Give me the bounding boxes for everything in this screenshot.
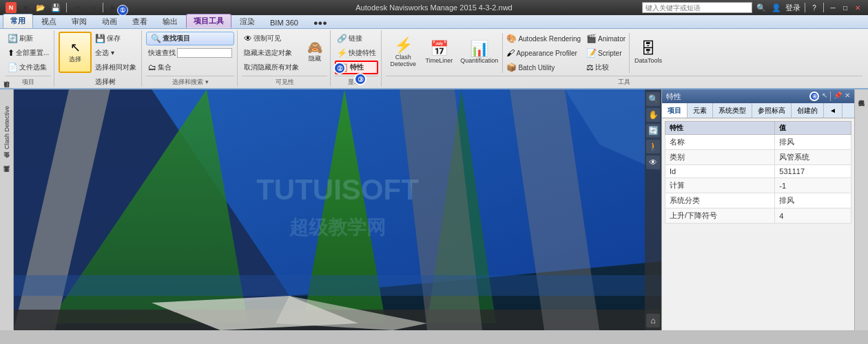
viewport-tools: 🔍 ✋ 🔄 🚶 👁 ⌂: [645, 89, 661, 330]
appearance-profiler-button[interactable]: 🖌 Appearance Profiler: [504, 46, 583, 60]
prop-close-btn[interactable]: ✕: [845, 92, 850, 101]
minimize-button[interactable]: ─: [828, 3, 838, 12]
rendering-button[interactable]: 🎨 Autodesk Rendering: [504, 32, 583, 45]
prop-tab-system[interactable]: 系统类型: [713, 103, 752, 118]
force-visible-button[interactable]: 👁 强制可见: [242, 32, 301, 45]
qat-redo[interactable]: ↪: [86, 1, 99, 14]
tab-changyong[interactable]: 常用: [3, 14, 33, 28]
select-all-button[interactable]: 全选 ▾: [93, 46, 138, 60]
file-select-button[interactable]: 📄 文件选集: [6, 61, 51, 74]
tab-shuchu[interactable]: 输出: [156, 15, 185, 28]
search-icon[interactable]: 🔍: [755, 1, 767, 14]
prop-pin-btn[interactable]: 📌: [834, 92, 842, 101]
search-input[interactable]: [642, 2, 752, 13]
link-button[interactable]: 🔗 链接: [335, 32, 378, 45]
ribbon-group-visibility: 👁 强制可见 隐藏未选定对象 取消隐藏所有对象 🙈 隐藏 可见性: [239, 30, 331, 87]
prop-table: 特性 值 名称 排风 类别 风管系统 Id 531117: [665, 121, 851, 224]
svg-rect-12: [14, 275, 661, 296]
qat-new[interactable]: ■: [19, 1, 32, 14]
tab-bim360[interactable]: BIM 360: [263, 17, 305, 28]
quick-prop-button[interactable]: ⚡ 快捷特性: [335, 46, 378, 60]
tab-xuanran[interactable]: 渲染: [233, 15, 262, 28]
scripter-label: Scripter: [598, 50, 621, 57]
batch-utility-button[interactable]: 📦 Batch Utility: [504, 61, 583, 74]
zoom-btn[interactable]: 🔍: [646, 92, 660, 106]
table-row: 名称 排风: [665, 135, 851, 150]
project-col: 🔄 刷新 ⬆ 全部重置... 📄 文件选集: [6, 32, 51, 74]
tab-more[interactable]: ●●●: [307, 17, 334, 28]
maximize-button[interactable]: □: [840, 3, 850, 12]
quantification-button[interactable]: 📊 Quantification: [457, 32, 501, 73]
file-label: 文件选集: [19, 63, 47, 72]
qat-undo[interactable]: ↩: [71, 1, 83, 14]
ribbon-tabs: 常用 视点 审阅 动画 查看 输出 项目工具 渲染 BIM 360 ●●●: [0, 15, 868, 29]
find-label: 查找项目: [163, 34, 190, 43]
clash-detective-button[interactable]: ⚡ ClashDetective: [386, 32, 420, 73]
refresh-label: 刷新: [19, 34, 33, 43]
prop-id-cell: Id: [665, 165, 775, 178]
scripter-button[interactable]: 📝 Scripter: [584, 46, 628, 60]
help-button[interactable]: ?: [809, 3, 819, 12]
orbit-btn[interactable]: 🔄: [646, 124, 660, 138]
look-btn[interactable]: 👁: [646, 155, 660, 169]
force-visible-label: 强制可见: [254, 34, 281, 43]
tab-shenyue[interactable]: 审阅: [65, 15, 94, 28]
sidebar-item-clash[interactable]: Clash Detective: [3, 106, 10, 149]
tab-chakan[interactable]: 查看: [125, 15, 154, 28]
prop-tabs: 项目 元素 系统类型 参照标高 创建的 ◄: [662, 103, 854, 118]
hide-button[interactable]: 🙈 隐藏: [302, 32, 327, 73]
signin-label: 登录: [785, 3, 800, 13]
select-button[interactable]: ↖ 选择: [59, 32, 92, 73]
table-row: 上升/下降符号 4: [665, 208, 851, 224]
close-button[interactable]: ✕: [853, 3, 862, 12]
refresh-icon: 🔄: [8, 34, 18, 43]
prop-tab-created[interactable]: 创建的: [792, 103, 824, 118]
select-all-label: 全选 ▾: [95, 48, 114, 58]
prop-tab-element[interactable]: 元素: [688, 103, 713, 118]
quick-prop-label: 快捷特性: [349, 48, 376, 58]
compare-button[interactable]: ⚖ 比较: [584, 61, 628, 74]
qat-open[interactable]: 📂: [34, 1, 47, 14]
visibility-col: 👁 强制可见 隐藏未选定对象 取消隐藏所有对象: [242, 32, 301, 74]
quick-find-input[interactable]: [177, 48, 232, 58]
select-col: 💾 保存 全选 ▾ 选择相同对象 选择树: [93, 32, 138, 89]
collection-icon: 🗂: [148, 63, 156, 72]
collection-button[interactable]: 🗂 集合: [146, 61, 234, 74]
pan-btn[interactable]: ✋: [646, 108, 660, 122]
search-group-label: 选择和搜索 ▾: [146, 76, 234, 87]
tab-shidian[interactable]: 视点: [34, 15, 63, 28]
refresh-button[interactable]: 🔄 刷新: [6, 32, 51, 45]
tab-donghua[interactable]: 动画: [95, 15, 124, 28]
ribbon-group-search: 🔍 查找项目 快速查找 🗂 集合 选择和搜索 ▾: [143, 30, 238, 87]
prop-tab-ref[interactable]: 参照标高: [752, 103, 792, 118]
prop-category-value: 风管系统: [775, 150, 851, 165]
viewport[interactable]: TUTUISOFT 超级教学网 🔍 ✋ 🔄 🚶 👁 ⌂: [14, 89, 661, 330]
timeliner-button[interactable]: 📅 TimeLiner: [422, 32, 456, 73]
unhide-all-button[interactable]: 取消隐藏所有对象: [242, 61, 301, 74]
find-items-button[interactable]: 🔍 查找项目: [146, 32, 234, 45]
quick-find-button[interactable]: 快速查找: [146, 46, 234, 60]
tab-xiangmugongju[interactable]: 项目工具: [186, 14, 231, 28]
select-same-button[interactable]: 选择相同对象: [93, 61, 138, 74]
datatools-button[interactable]: 🗄 DataTools: [631, 32, 665, 73]
select-tree-button[interactable]: 选择树: [93, 75, 138, 89]
home-btn[interactable]: ⌂: [646, 314, 660, 327]
reset-all-button[interactable]: ⬆ 全部重置...: [6, 46, 51, 60]
prop-tab-more[interactable]: ◄: [824, 103, 843, 118]
user-icon[interactable]: 👤: [770, 1, 783, 14]
anno4: ④: [809, 92, 819, 101]
ribbon-group-tools: ⚡ ClashDetective 📅 TimeLiner 📊 Quantific…: [383, 30, 865, 87]
prop-col-value: 值: [775, 122, 851, 135]
prop-title: 特性: [666, 92, 681, 102]
save-button[interactable]: 💾 保存: [93, 32, 138, 45]
prop-id-value: 531117: [775, 165, 851, 178]
hide-unselected-button[interactable]: 隐藏未选定对象: [242, 46, 301, 60]
prop-category-cell: 类别: [665, 150, 775, 165]
qat-save[interactable]: 💾: [50, 1, 62, 14]
animator-button[interactable]: 🎬 Animator: [584, 32, 628, 45]
walk-btn[interactable]: 🚶: [646, 140, 660, 153]
hide-icon: 🙈: [307, 41, 322, 54]
prop-name-cell: 名称: [665, 135, 775, 150]
prop-tab-item[interactable]: 项目: [662, 103, 688, 118]
search-col: 🔍 查找项目 快速查找 🗂 集合: [146, 32, 234, 74]
